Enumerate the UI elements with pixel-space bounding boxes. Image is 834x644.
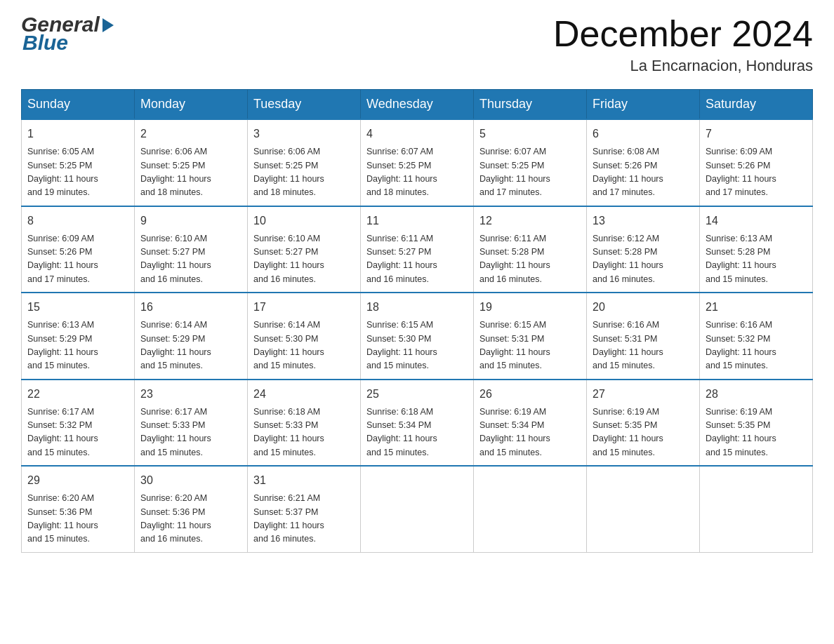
day-number: 18 <box>366 299 468 316</box>
day-info: Sunrise: 6:07 AMSunset: 5:25 PMDaylight:… <box>366 145 468 200</box>
day-number: 20 <box>593 299 694 316</box>
day-info: Sunrise: 6:20 AMSunset: 5:36 PMDaylight:… <box>140 492 241 546</box>
calendar-table: SundayMondayTuesdayWednesdayThursdayFrid… <box>21 89 813 553</box>
day-info: Sunrise: 6:07 AMSunset: 5:25 PMDaylight:… <box>479 145 581 200</box>
calendar-day-cell: 29Sunrise: 6:20 AMSunset: 5:36 PMDayligh… <box>22 466 135 552</box>
day-info: Sunrise: 6:09 AMSunset: 5:26 PMDaylight:… <box>706 145 807 200</box>
calendar-day-cell: 20Sunrise: 6:16 AMSunset: 5:31 PMDayligh… <box>587 293 700 380</box>
calendar-day-cell: 17Sunrise: 6:14 AMSunset: 5:30 PMDayligh… <box>248 293 361 380</box>
calendar-day-header: Saturday <box>700 90 813 120</box>
logo-blue-text: Blue <box>22 32 68 53</box>
calendar-day-cell: 2Sunrise: 6:06 AMSunset: 5:25 PMDaylight… <box>135 119 248 206</box>
day-info: Sunrise: 6:18 AMSunset: 5:33 PMDaylight:… <box>253 405 355 460</box>
day-info: Sunrise: 6:17 AMSunset: 5:32 PMDaylight:… <box>27 405 128 460</box>
day-info: Sunrise: 6:21 AMSunset: 5:37 PMDaylight:… <box>253 492 355 546</box>
calendar-day-cell: 30Sunrise: 6:20 AMSunset: 5:36 PMDayligh… <box>135 466 248 552</box>
calendar-header-row: SundayMondayTuesdayWednesdayThursdayFrid… <box>22 90 813 120</box>
calendar-day-header: Tuesday <box>248 90 361 120</box>
calendar-day-cell: 21Sunrise: 6:16 AMSunset: 5:32 PMDayligh… <box>700 293 813 380</box>
calendar-day-cell: 6Sunrise: 6:08 AMSunset: 5:26 PMDaylight… <box>587 119 700 206</box>
calendar-week-row: 15Sunrise: 6:13 AMSunset: 5:29 PMDayligh… <box>22 293 813 380</box>
day-number: 14 <box>706 213 807 229</box>
day-info: Sunrise: 6:17 AMSunset: 5:33 PMDaylight:… <box>140 405 241 460</box>
calendar-day-cell: 13Sunrise: 6:12 AMSunset: 5:28 PMDayligh… <box>587 206 700 293</box>
calendar-day-cell: 25Sunrise: 6:18 AMSunset: 5:34 PMDayligh… <box>361 380 474 467</box>
calendar-day-header: Monday <box>135 90 248 120</box>
day-info: Sunrise: 6:15 AMSunset: 5:30 PMDaylight:… <box>366 318 468 373</box>
day-number: 28 <box>706 386 807 403</box>
location-subtitle: La Encarnacion, Honduras <box>553 57 813 75</box>
calendar-day-cell: 26Sunrise: 6:19 AMSunset: 5:34 PMDayligh… <box>474 380 587 467</box>
calendar-day-cell: 9Sunrise: 6:10 AMSunset: 5:27 PMDaylight… <box>135 206 248 293</box>
day-number: 29 <box>27 472 128 489</box>
calendar-day-cell: 7Sunrise: 6:09 AMSunset: 5:26 PMDaylight… <box>700 119 813 206</box>
calendar-day-cell: 31Sunrise: 6:21 AMSunset: 5:37 PMDayligh… <box>248 466 361 552</box>
calendar-week-row: 22Sunrise: 6:17 AMSunset: 5:32 PMDayligh… <box>22 380 813 467</box>
calendar-day-cell: 18Sunrise: 6:15 AMSunset: 5:30 PMDayligh… <box>361 293 474 380</box>
day-info: Sunrise: 6:06 AMSunset: 5:25 PMDaylight:… <box>140 145 241 200</box>
calendar-day-header: Wednesday <box>361 90 474 120</box>
calendar-day-header: Sunday <box>22 90 135 120</box>
page-header: General Blue December 2024 La Encarnacio… <box>21 14 813 75</box>
day-number: 17 <box>253 299 355 316</box>
day-number: 13 <box>593 213 694 229</box>
calendar-day-cell: 27Sunrise: 6:19 AMSunset: 5:35 PMDayligh… <box>587 380 700 467</box>
day-number: 6 <box>593 126 694 142</box>
day-info: Sunrise: 6:09 AMSunset: 5:26 PMDaylight:… <box>27 232 128 287</box>
calendar-day-cell: 14Sunrise: 6:13 AMSunset: 5:28 PMDayligh… <box>700 206 813 293</box>
day-number: 15 <box>27 299 128 316</box>
calendar-day-cell: 24Sunrise: 6:18 AMSunset: 5:33 PMDayligh… <box>248 380 361 467</box>
calendar-day-cell: 28Sunrise: 6:19 AMSunset: 5:35 PMDayligh… <box>700 380 813 467</box>
day-info: Sunrise: 6:14 AMSunset: 5:29 PMDaylight:… <box>140 318 241 373</box>
calendar-day-cell: 8Sunrise: 6:09 AMSunset: 5:26 PMDaylight… <box>22 206 135 293</box>
title-section: December 2024 La Encarnacion, Honduras <box>553 14 813 75</box>
day-number: 22 <box>27 386 128 403</box>
calendar-day-cell: 11Sunrise: 6:11 AMSunset: 5:27 PMDayligh… <box>361 206 474 293</box>
day-info: Sunrise: 6:10 AMSunset: 5:27 PMDaylight:… <box>253 232 355 287</box>
day-info: Sunrise: 6:15 AMSunset: 5:31 PMDaylight:… <box>479 318 581 373</box>
day-info: Sunrise: 6:10 AMSunset: 5:27 PMDaylight:… <box>140 232 241 287</box>
day-info: Sunrise: 6:19 AMSunset: 5:35 PMDaylight:… <box>593 405 694 460</box>
day-info: Sunrise: 6:11 AMSunset: 5:27 PMDaylight:… <box>366 232 468 287</box>
day-info: Sunrise: 6:05 AMSunset: 5:25 PMDaylight:… <box>27 145 128 200</box>
day-number: 9 <box>140 213 241 229</box>
day-number: 31 <box>253 472 355 489</box>
day-info: Sunrise: 6:11 AMSunset: 5:28 PMDaylight:… <box>479 232 581 287</box>
day-number: 4 <box>366 126 468 142</box>
day-info: Sunrise: 6:19 AMSunset: 5:34 PMDaylight:… <box>479 405 581 460</box>
day-number: 30 <box>140 472 241 489</box>
logo-chevron-icon <box>102 18 114 32</box>
calendar-day-cell: 12Sunrise: 6:11 AMSunset: 5:28 PMDayligh… <box>474 206 587 293</box>
day-number: 26 <box>479 386 581 403</box>
calendar-day-cell: 16Sunrise: 6:14 AMSunset: 5:29 PMDayligh… <box>135 293 248 380</box>
day-number: 1 <box>27 126 128 142</box>
calendar-day-cell: 19Sunrise: 6:15 AMSunset: 5:31 PMDayligh… <box>474 293 587 380</box>
calendar-day-cell: 5Sunrise: 6:07 AMSunset: 5:25 PMDaylight… <box>474 119 587 206</box>
day-info: Sunrise: 6:19 AMSunset: 5:35 PMDaylight:… <box>706 405 807 460</box>
calendar-day-cell: 4Sunrise: 6:07 AMSunset: 5:25 PMDaylight… <box>361 119 474 206</box>
day-info: Sunrise: 6:18 AMSunset: 5:34 PMDaylight:… <box>366 405 468 460</box>
day-info: Sunrise: 6:13 AMSunset: 5:29 PMDaylight:… <box>27 318 128 373</box>
day-number: 24 <box>253 386 355 403</box>
calendar-day-cell <box>587 466 700 552</box>
day-number: 2 <box>140 126 241 142</box>
day-number: 16 <box>140 299 241 316</box>
calendar-week-row: 1Sunrise: 6:05 AMSunset: 5:25 PMDaylight… <box>22 119 813 206</box>
day-info: Sunrise: 6:14 AMSunset: 5:30 PMDaylight:… <box>253 318 355 373</box>
calendar-day-cell: 1Sunrise: 6:05 AMSunset: 5:25 PMDaylight… <box>22 119 135 206</box>
day-number: 11 <box>366 213 468 229</box>
day-number: 21 <box>706 299 807 316</box>
day-number: 19 <box>479 299 581 316</box>
calendar-day-cell: 15Sunrise: 6:13 AMSunset: 5:29 PMDayligh… <box>22 293 135 380</box>
calendar-week-row: 8Sunrise: 6:09 AMSunset: 5:26 PMDaylight… <box>22 206 813 293</box>
calendar-day-cell <box>361 466 474 552</box>
day-info: Sunrise: 6:16 AMSunset: 5:32 PMDaylight:… <box>706 318 807 373</box>
calendar-day-cell: 10Sunrise: 6:10 AMSunset: 5:27 PMDayligh… <box>248 206 361 293</box>
day-number: 8 <box>27 213 128 229</box>
calendar-day-header: Thursday <box>474 90 587 120</box>
day-number: 7 <box>706 126 807 142</box>
day-info: Sunrise: 6:12 AMSunset: 5:28 PMDaylight:… <box>593 232 694 287</box>
day-info: Sunrise: 6:08 AMSunset: 5:26 PMDaylight:… <box>593 145 694 200</box>
month-title: December 2024 <box>553 14 813 54</box>
calendar-day-cell: 22Sunrise: 6:17 AMSunset: 5:32 PMDayligh… <box>22 380 135 467</box>
